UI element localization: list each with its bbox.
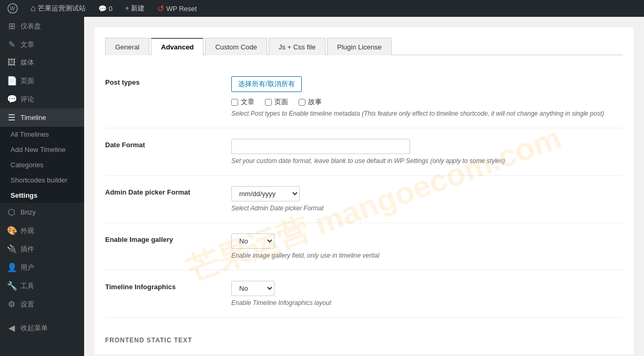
sidebar-label-brizy: Brizy [21,208,36,216]
sidebar-label-collapse: 收起菜单 [21,323,48,333]
sidebar-submenu-timeline: All Timelines Add New Timeline Categorie… [0,127,84,203]
home-icon: ⌂ [30,4,36,13]
sidebar-label-tools: 工具 [21,281,34,291]
sidebar-sub-shortcodes[interactable]: Shortcodes builder [5,172,84,188]
wp-reset-label: WP Reset [166,5,197,13]
sidebar-label-dashboard: 仪表盘 [21,22,41,31]
users-icon: 👤 [7,262,16,272]
sidebar-item-plugins[interactable]: 🔌 插件 [0,240,84,258]
brizy-icon: ⬡ [7,207,16,217]
tab-advanced[interactable]: Advanced [151,38,203,55]
sidebar: ⊞ 仪表盘 ✎ 文章 🖼 媒体 📄 页面 💬 评论 ☰ Timeline All… [0,17,84,356]
admin-date-picker-label: Admin Date picker Format [105,186,221,212]
plugins-icon: 🔌 [7,244,16,254]
date-format-section: Date Format Set your custom date format,… [105,128,623,176]
main-layout: ⊞ 仪表盘 ✎ 文章 🖼 媒体 📄 页面 💬 评论 ☰ Timeline All… [0,17,644,356]
wp-logo-link[interactable]: W [4,0,21,17]
timeline-infographics-section: Timeline Infographics No Yes Enable Time… [105,270,623,318]
sidebar-sub-settings[interactable]: Settings [5,188,84,203]
sidebar-sub-all-timelines[interactable]: All Timelines [5,127,84,142]
sidebar-item-site-settings[interactable]: ⚙ 设置 [0,295,84,313]
sidebar-label-site-settings: 设置 [21,300,34,309]
new-item-link[interactable]: + 新建 [122,0,148,17]
timeline-icon: ☰ [7,113,16,123]
sidebar-label-plugins: 插件 [21,245,34,254]
content-inner: General Advanced Custom Code Js + Css fi… [95,27,633,354]
timeline-infographics-controls: No Yes Enable Timeline Infographics layo… [231,281,623,307]
image-gallery-help: Enable image gallery field, only use in … [231,252,623,259]
checkbox-stories-label: 故事 [308,97,322,107]
sidebar-label-pages: 页面 [21,76,34,86]
select-all-button[interactable]: 选择所有/取消所有 [231,76,302,92]
admin-date-picker-section: Admin Date picker Format mm/dd/yyyy dd/m… [105,176,623,223]
admin-date-picker-select[interactable]: mm/dd/yyyy dd/mm/yyyy yyyy/mm/dd [231,186,300,201]
tab-plugin-license[interactable]: Plugin License [327,38,392,55]
wp-reset-link[interactable]: ↺ WP Reset [154,0,200,17]
tab-bar: General Advanced Custom Code Js + Css fi… [105,38,623,55]
admin-bar: W ⌂ 芒果运营测试站 💬 0 + 新建 ↺ WP Reset [0,0,644,17]
post-types-checkboxes: 文章 页面 故事 [231,97,623,107]
admin-date-picker-controls: mm/dd/yyyy dd/mm/yyyy yyyy/mm/dd Select … [231,186,623,212]
sidebar-item-collapse[interactable]: ◀ 收起菜单 [0,319,84,337]
comments-icon: 💬 [7,94,16,104]
sidebar-item-media[interactable]: 🖼 媒体 [0,54,84,72]
checkbox-pages[interactable]: 页面 [265,97,288,107]
collapse-icon: ◀ [7,323,16,333]
sidebar-item-brizy[interactable]: ⬡ Brizy [0,203,84,221]
checkbox-posts[interactable]: 文章 [231,97,254,107]
posts-icon: ✎ [7,39,16,49]
wp-logo-icon: W [7,3,18,14]
frontend-static-section: FRONTEND STATIC TEXT [105,318,623,344]
checkbox-stories[interactable]: 故事 [299,97,322,107]
post-types-section: Post types 选择所有/取消所有 文章 页面 [105,66,623,128]
sidebar-label-media: 媒体 [21,58,34,67]
tab-general[interactable]: General [105,38,149,55]
date-format-input[interactable] [231,139,410,154]
site-name: 芒果运营测试站 [38,4,86,13]
sidebar-item-posts[interactable]: ✎ 文章 [0,35,84,54]
image-gallery-label: Enable Image gallery [105,233,221,259]
post-types-help: Select Post types to Enable timeline met… [231,110,623,117]
pages-icon: 📄 [7,76,16,86]
sidebar-item-pages[interactable]: 📄 页面 [0,72,84,90]
site-name-link[interactable]: ⌂ 芒果运营测试站 [27,0,89,17]
image-gallery-section: Enable Image gallery No Yes Enable image… [105,223,623,270]
checkbox-posts-label: 文章 [241,97,254,107]
appearance-icon: 🎨 [7,226,16,236]
comment-icon: 💬 [98,5,107,13]
checkbox-posts-input[interactable] [231,99,238,106]
sidebar-label-timeline: Timeline [21,114,46,121]
timeline-infographics-label: Timeline Infographics [105,281,221,307]
image-gallery-select[interactable]: No Yes [231,233,274,249]
sidebar-item-appearance[interactable]: 🎨 外观 [0,221,84,240]
content-area: General Advanced Custom Code Js + Css fi… [84,17,644,356]
date-format-controls: Set your custom date format, leave blank… [231,139,623,165]
comment-count: 0 [109,5,113,13]
admin-date-picker-help: Select Admin Date picker Format [231,205,623,212]
site-settings-icon: ⚙ [7,299,16,309]
sidebar-item-comments[interactable]: 💬 评论 [0,90,84,108]
tools-icon: 🔧 [7,281,16,291]
image-gallery-controls: No Yes Enable image gallery field, only … [231,233,623,259]
tab-js-css[interactable]: Js + Css file [269,38,325,55]
wp-reset-icon: ↺ [157,4,164,14]
sidebar-label-users: 用户 [21,263,34,272]
checkbox-pages-input[interactable] [265,99,272,106]
tab-custom-code[interactable]: Custom Code [205,38,267,55]
sidebar-sub-categories[interactable]: Categories [5,157,84,172]
new-item-label: + 新建 [125,4,145,13]
sidebar-label-posts: 文章 [21,40,34,49]
sidebar-item-timeline[interactable]: ☰ Timeline [0,108,84,127]
timeline-infographics-select[interactable]: No Yes [231,281,274,296]
dashboard-icon: ⊞ [7,21,16,31]
sidebar-item-dashboard[interactable]: ⊞ 仪表盘 [0,17,84,35]
sidebar-sub-add-new[interactable]: Add New Timeline [5,142,84,157]
checkbox-pages-label: 页面 [274,97,288,107]
svg-text:W: W [10,6,15,12]
timeline-infographics-help: Enable Timeline Infographics layout [231,299,623,307]
sidebar-item-users[interactable]: 👤 用户 [0,258,84,277]
checkbox-stories-input[interactable] [299,99,305,106]
sidebar-item-tools[interactable]: 🔧 工具 [0,277,84,295]
post-types-label: Post types [105,76,221,117]
comments-link[interactable]: 💬 0 [95,0,116,17]
